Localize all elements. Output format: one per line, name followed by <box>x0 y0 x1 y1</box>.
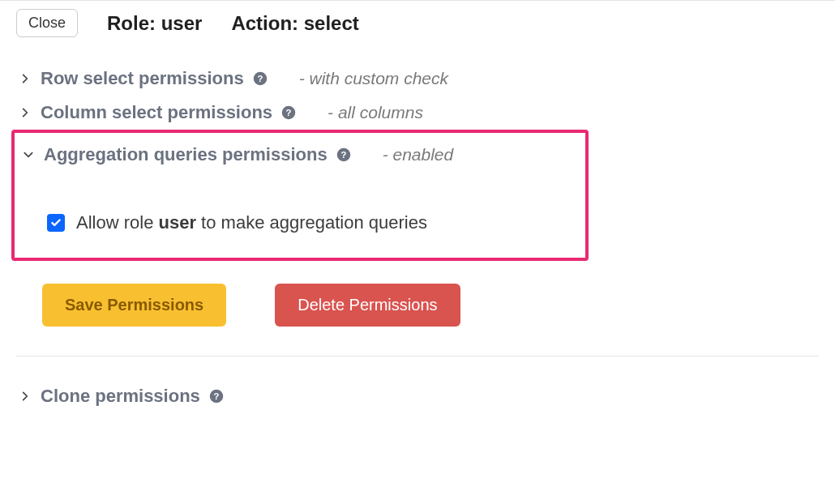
svg-text:?: ? <box>213 391 219 401</box>
chevron-right-icon <box>16 104 34 122</box>
section-column-select[interactable]: Column select permissions ? - all column… <box>16 96 819 130</box>
action-value: select <box>304 12 359 34</box>
help-icon[interactable]: ? <box>280 105 297 121</box>
chevron-down-icon <box>19 146 37 164</box>
svg-text:?: ? <box>286 108 292 117</box>
aggregation-checkbox[interactable] <box>47 214 65 232</box>
aggregation-highlight-box: Aggregation queries permissions ? - enab… <box>11 130 589 261</box>
role-prefix: Role: <box>107 12 156 34</box>
section-row-select[interactable]: Row select permissions ? - with custom c… <box>16 62 819 96</box>
button-row: Save Permissions Delete Permissions <box>16 284 819 327</box>
help-icon[interactable]: ? <box>208 388 225 404</box>
delete-permissions-button[interactable]: Delete Permissions <box>275 284 460 327</box>
chevron-right-icon <box>16 70 34 88</box>
section-status-column-select: - all columns <box>328 103 423 122</box>
section-status-row-select: - with custom check <box>299 69 448 88</box>
action-label: Action: select <box>231 12 358 35</box>
section-title-row-select: Row select permissions <box>41 68 244 89</box>
svg-text:?: ? <box>257 74 263 83</box>
aggregation-checkbox-row: Allow role user to make aggregation quer… <box>15 212 585 233</box>
svg-text:?: ? <box>340 150 346 160</box>
section-title-aggregation: Aggregation queries permissions <box>44 144 328 165</box>
action-prefix: Action: <box>231 12 298 34</box>
close-button[interactable]: Close <box>16 9 78 37</box>
section-clone[interactable]: Clone permissions ? <box>16 379 819 413</box>
top-border <box>0 0 835 1</box>
save-permissions-button[interactable]: Save Permissions <box>42 284 226 327</box>
section-title-column-select: Column select permissions <box>41 102 272 123</box>
divider <box>16 356 819 357</box>
section-title-clone: Clone permissions <box>41 386 200 407</box>
section-status-aggregation: - enabled <box>383 145 454 164</box>
section-aggregation[interactable]: Aggregation queries permissions ? - enab… <box>15 138 585 172</box>
role-value: user <box>161 12 203 34</box>
chevron-right-icon <box>16 387 34 405</box>
aggregation-checkbox-label: Allow role user to make aggregation quer… <box>76 212 427 233</box>
header-row: Close Role: user Action: select <box>16 9 819 37</box>
role-label: Role: user <box>107 12 202 35</box>
help-icon[interactable]: ? <box>336 147 352 163</box>
help-icon[interactable]: ? <box>252 70 268 87</box>
